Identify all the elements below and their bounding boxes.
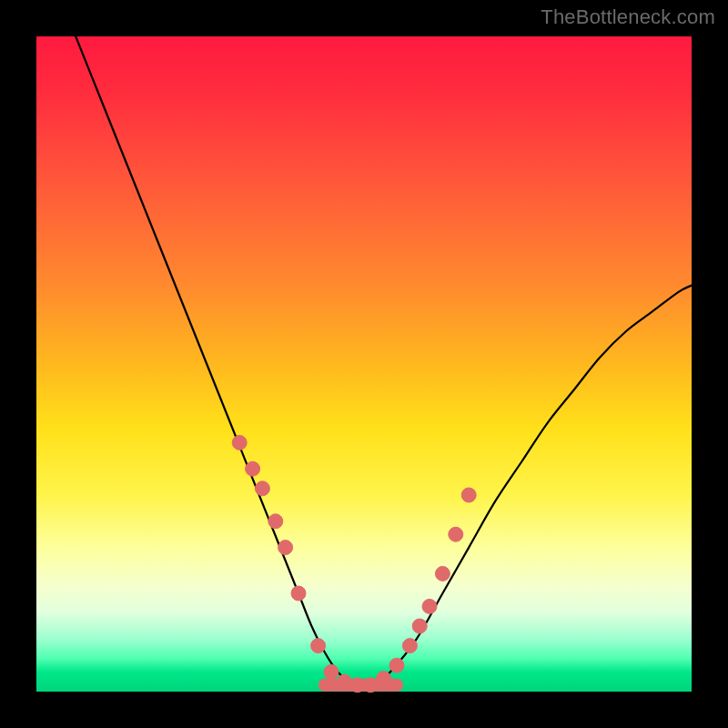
bottleneck-curve — [76, 36, 692, 685]
watermark-text: TheBottleneck.com — [541, 5, 715, 29]
highlight-marker — [402, 639, 417, 653]
highlight-marker — [291, 586, 306, 601]
highlight-marker — [311, 639, 326, 653]
highlight-marker — [246, 461, 260, 476]
highlight-marker — [350, 678, 365, 693]
highlight-marker — [449, 527, 463, 541]
markers-group — [232, 435, 476, 692]
curve-layer — [76, 36, 692, 685]
chart-frame: TheBottleneck.com — [0, 0, 728, 728]
highlight-marker — [461, 488, 476, 502]
highlight-marker — [278, 541, 293, 555]
highlight-marker — [324, 664, 339, 679]
highlight-marker — [389, 658, 404, 672]
highlight-marker — [412, 619, 427, 633]
highlight-marker — [377, 672, 391, 686]
highlight-marker — [337, 674, 351, 689]
highlight-marker — [255, 481, 269, 496]
highlight-marker — [363, 678, 378, 693]
highlight-marker — [435, 566, 450, 581]
highlight-marker — [422, 599, 437, 613]
highlight-marker — [232, 435, 247, 450]
chart-svg — [36, 36, 692, 692]
plot-area — [36, 36, 692, 692]
highlight-marker — [268, 514, 283, 529]
